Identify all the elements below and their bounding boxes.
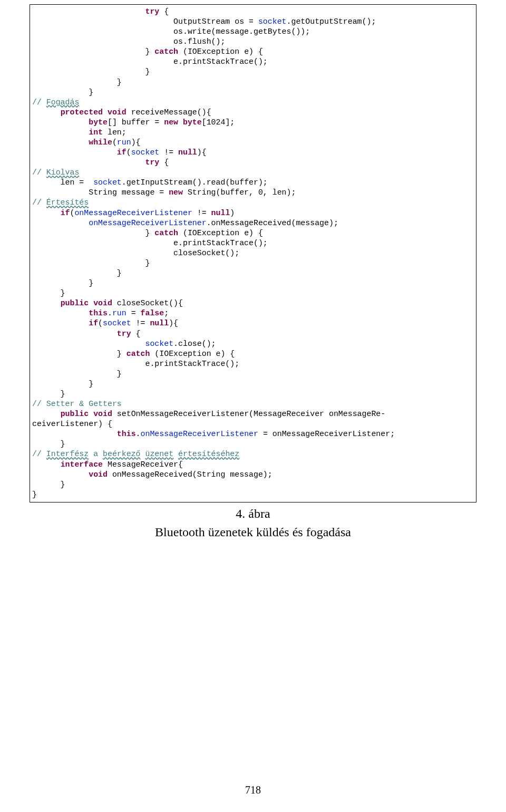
page: try { OutputStream os = socket.getOutput… [0,0,506,812]
figure-caption: 4. ábra Bluetooth üzenetek küldés és fog… [0,504,506,540]
caption-line-2: Bluetooth üzenetek küldés és fogadása [0,524,506,540]
code-content: try { OutputStream os = socket.getOutput… [30,7,476,500]
page-number: 718 [0,784,506,797]
code-box: try { OutputStream os = socket.getOutput… [30,4,476,502]
caption-line-1: 4. ábra [0,506,506,522]
